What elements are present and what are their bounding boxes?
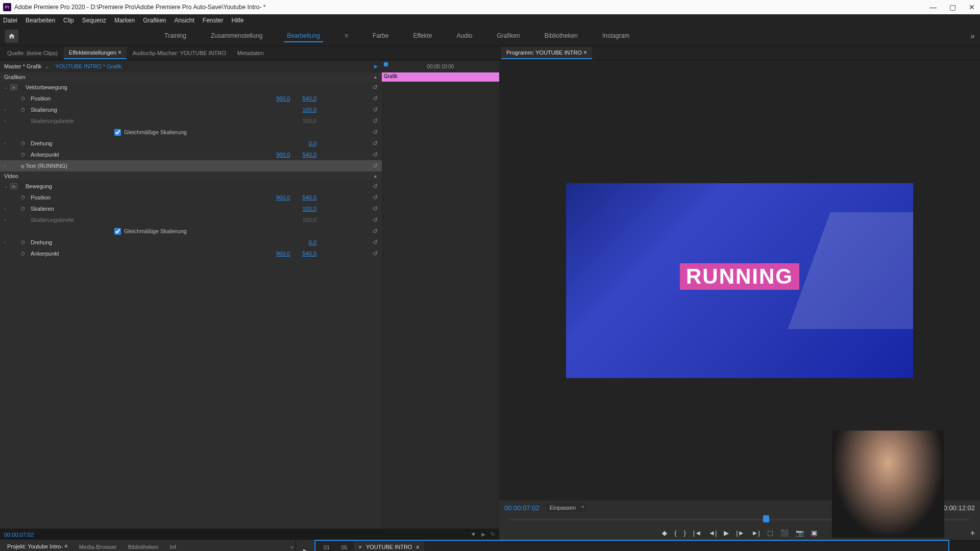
ec-playhead-icon[interactable] [384, 62, 388, 66]
extract-button[interactable]: ⬛ [780, 529, 789, 537]
play-button[interactable]: ▶ [724, 529, 729, 537]
menu-grafiken[interactable]: Grafiken [143, 17, 166, 24]
ec-play-icon[interactable]: ▶ [374, 64, 378, 69]
reset-icon[interactable]: ↺ [373, 106, 378, 113]
workspace-zusammenstellung[interactable]: Zusammenstellung [208, 30, 265, 42]
prop-position-x[interactable]: 960,0 [276, 95, 290, 102]
proj-overflow-icon[interactable]: » [290, 544, 293, 550]
reset-icon[interactable]: ↺ [373, 205, 378, 212]
step-back-button[interactable]: ◄| [708, 529, 717, 537]
tab-inf[interactable]: Inf [165, 541, 181, 552]
prop-anchor-x[interactable]: 960,0 [276, 152, 290, 158]
program-playhead-icon[interactable] [763, 515, 769, 522]
ec-footer-timecode[interactable]: 00:00:07:02 [4, 532, 34, 538]
go-to-out-button[interactable]: ►| [752, 529, 760, 537]
stopwatch-icon[interactable]: ⏱ [20, 152, 26, 158]
reset-icon[interactable]: ↺ [373, 216, 378, 223]
timeline-tab-01[interactable]: 01 [318, 541, 335, 551]
workspace-grafiken[interactable]: Grafiken [494, 30, 523, 42]
close-button[interactable]: ✕ [967, 3, 977, 11]
tab-metadaten[interactable]: Metadaten [232, 47, 269, 59]
menu-sequenz[interactable]: Sequenz [82, 17, 106, 24]
prop-position-y-2[interactable]: 540,0 [302, 194, 316, 201]
eye-icon[interactable]: ◉ [20, 163, 25, 169]
workspace-bearbeitung[interactable]: Bearbeitung [284, 30, 323, 42]
stopwatch-icon[interactable]: ⏱ [20, 96, 26, 102]
workspace-audio[interactable]: Audio [454, 30, 476, 42]
ec-row-bewegung[interactable]: ⌄fxBewegung↺ [0, 181, 382, 192]
uniform-scale-checkbox-2[interactable] [114, 228, 121, 235]
tab-audioclip-mischer[interactable]: Audioclip-Mischer: YOUTUBE INTRO [128, 47, 231, 59]
workspace-bibliotheken[interactable]: Bibliotheken [542, 30, 581, 42]
workspace-effekte[interactable]: Effekte [410, 30, 435, 42]
prop-anchor-y[interactable]: 540,0 [302, 152, 316, 158]
menu-datei[interactable]: Datei [3, 17, 17, 24]
step-forward-button[interactable]: |► [736, 529, 744, 537]
menu-ansicht[interactable]: Ansicht [174, 17, 194, 24]
tab-programm[interactable]: Programm: YOUTUBE INTRO≡ [501, 47, 592, 59]
reset-icon[interactable]: ↺ [373, 140, 378, 147]
tab-projekt[interactable]: Projekt: Youtube Intro-≡ [2, 541, 73, 552]
workspace-instagram[interactable]: Instagram [599, 30, 632, 42]
reset-icon[interactable]: ↺ [373, 239, 378, 246]
minimize-button[interactable]: — [928, 3, 938, 11]
reset-icon[interactable]: ↺ [373, 95, 378, 102]
reset-icon[interactable]: ↺ [373, 250, 378, 257]
chevron-down-icon[interactable]: ⌄ [44, 63, 49, 70]
reset-icon[interactable]: ↺ [373, 84, 378, 91]
filter-icon[interactable]: ▼ [471, 531, 476, 538]
tab-effekteinstellungen[interactable]: Effekteinstellungen≡ [64, 47, 127, 59]
stopwatch-icon[interactable]: ⏱ [20, 195, 26, 201]
reset-icon[interactable]: ↺ [373, 117, 378, 124]
export-frame-button[interactable]: 📷 [796, 529, 804, 537]
reset-icon[interactable]: ↺ [373, 183, 378, 190]
stopwatch-icon[interactable]: ⏱ [20, 240, 26, 245]
workspace-overflow-icon[interactable]: » [970, 32, 975, 41]
home-button[interactable] [5, 30, 18, 43]
timeline-tab-05[interactable]: 05 [336, 541, 352, 551]
maximize-button[interactable]: ▢ [947, 3, 958, 11]
menu-marken[interactable]: Marken [114, 17, 135, 24]
stopwatch-icon[interactable]: ⏱ [20, 251, 26, 257]
add-marker-button[interactable]: ◆ [662, 529, 667, 537]
menu-bearbeiten[interactable]: Bearbeiten [26, 17, 55, 24]
reset-icon[interactable]: ↺ [373, 129, 378, 136]
selection-tool[interactable]: ▸ [299, 544, 311, 551]
prop-rotation[interactable]: 0,0 [309, 140, 316, 146]
button-editor-icon[interactable]: + [970, 529, 975, 538]
reset-icon[interactable]: ↺ [373, 194, 378, 201]
tab-media-browser[interactable]: Media-Browser [74, 541, 122, 552]
loop-icon[interactable]: ↻ [491, 531, 495, 538]
prop-position-x-2[interactable]: 960,0 [276, 194, 290, 201]
prop-position-y[interactable]: 540,0 [302, 95, 316, 102]
timeline-tab-youtube-intro[interactable]: ×YOUTUBE INTRO≡ [354, 541, 425, 551]
uniform-scale-checkbox[interactable] [114, 129, 121, 136]
reset-icon[interactable]: ↺ [373, 162, 378, 169]
ec-timeline[interactable]: 00:00:10:00 Grafik [382, 60, 499, 529]
stopwatch-icon[interactable]: ⏱ [20, 141, 26, 146]
lift-button[interactable]: ⬚ [767, 529, 773, 537]
prop-anchor-y-2[interactable]: 540,0 [302, 251, 316, 257]
ec-master-label[interactable]: Master * Grafik [4, 63, 41, 69]
stopwatch-icon[interactable]: ⏱ [20, 107, 26, 113]
program-timecode-current[interactable]: 00:00:07:02 [504, 504, 540, 512]
prop-scale-2[interactable]: 100,0 [302, 206, 316, 212]
play-only-icon[interactable]: ▶ [481, 531, 485, 538]
menu-fenster[interactable]: Fenster [203, 17, 224, 24]
tab-bibliotheken[interactable]: Bibliotheken [123, 541, 164, 552]
ec-row-text-running[interactable]: ›◉Text (RUNNING)↺ [0, 160, 382, 171]
reset-icon[interactable]: ↺ [373, 228, 378, 235]
go-to-in-button[interactable]: |◄ [693, 529, 701, 537]
prop-rotation-2[interactable]: 0,0 [309, 239, 316, 245]
ec-section-video[interactable]: Video▲ [0, 171, 382, 181]
stopwatch-icon[interactable]: ⏱ [20, 206, 26, 212]
menu-clip[interactable]: Clip [63, 17, 74, 24]
workspace-farbe[interactable]: Farbe [370, 30, 391, 42]
tab-quelle[interactable]: Quelle: (keine Clips) [2, 47, 63, 59]
ec-section-grafiken[interactable]: Grafiken▲ [0, 72, 382, 82]
mark-out-button[interactable]: } [684, 529, 686, 537]
menu-hilfe[interactable]: Hilfe [232, 17, 244, 24]
prop-anchor-x-2[interactable]: 960,0 [276, 251, 290, 257]
workspace-training[interactable]: Training [161, 30, 189, 42]
workspace-menu-icon[interactable]: ≡ [341, 30, 351, 42]
